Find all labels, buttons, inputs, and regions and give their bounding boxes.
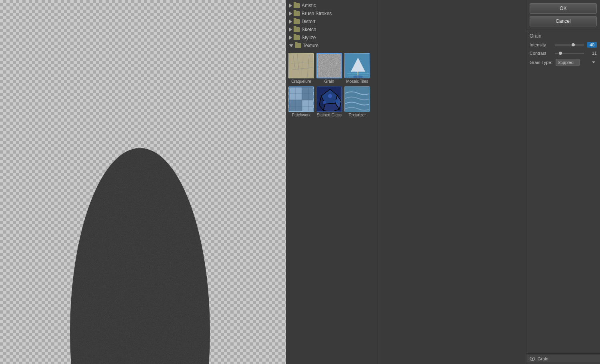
filter-thumb-stained-glass[interactable]: Stained Glass	[316, 86, 342, 118]
contrast-row: Contrast 11	[530, 51, 597, 56]
grain-type-label: Grain Type:	[530, 60, 556, 65]
triangle-down-icon-texture	[289, 44, 293, 47]
filter-settings-name: Grain	[530, 33, 597, 39]
category-brush-strokes[interactable]: Brush Strokes	[286, 10, 378, 18]
svg-point-39	[323, 101, 326, 104]
triangle-right-icon-stylize	[289, 36, 292, 40]
category-sketch-label: Sketch	[302, 27, 316, 32]
controls-panel: OK Cancel Grain Intensity 40 Contrast	[526, 0, 600, 364]
triangle-right-icon	[289, 4, 292, 8]
folder-icon-brush	[294, 11, 300, 16]
filter-thumb-grain[interactable]: Grain	[316, 53, 342, 84]
category-brush-label: Brush Strokes	[302, 11, 332, 16]
grain-type-select[interactable]: Regular Soft Sprinkles Clumped Contrasty…	[556, 59, 580, 66]
applied-filters-panel: Grain	[526, 353, 600, 364]
grain-label: Grain	[324, 79, 334, 84]
filter-thumb-texturizer[interactable]: Texturizer	[344, 86, 370, 118]
triangle-right-icon-brush	[289, 12, 292, 16]
intensity-row: Intensity 40	[530, 42, 597, 48]
contrast-thumb[interactable]	[559, 52, 562, 55]
triangle-right-icon-sketch	[289, 28, 292, 32]
texturizer-label: Texturizer	[348, 113, 366, 118]
category-texture[interactable]: Texture	[286, 42, 378, 50]
applied-filter-grain[interactable]: Grain	[526, 355, 600, 362]
applied-filter-label: Grain	[538, 356, 548, 361]
category-artistic-label: Artistic	[302, 3, 316, 8]
intensity-slider[interactable]	[555, 44, 584, 46]
category-sketch[interactable]: Sketch	[286, 26, 378, 34]
stained-glass-thumbnail	[316, 86, 342, 112]
svg-point-38	[335, 100, 338, 103]
filter-spacer	[526, 72, 600, 353]
ok-button[interactable]: OK	[530, 3, 597, 14]
texturizer-thumbnail	[344, 86, 370, 112]
svg-rect-23	[302, 100, 314, 112]
filter-thumb-craquelure[interactable]: Craquelure	[288, 53, 314, 84]
cancel-button[interactable]: Cancel	[530, 16, 597, 26]
grain-type-select-wrapper: Regular Soft Sprinkles Clumped Contrasty…	[556, 59, 597, 66]
visibility-icon[interactable]	[530, 357, 535, 361]
stained-glass-label: Stained Glass	[317, 113, 342, 118]
filter-settings: Grain Intensity 40 Contrast 11	[526, 30, 600, 72]
folder-icon-sketch	[294, 27, 300, 32]
category-stylize[interactable]: Stylize	[286, 34, 378, 42]
contrast-slider[interactable]	[555, 53, 584, 54]
texture-thumbnails: Craquelure Grain	[286, 50, 378, 121]
category-artistic[interactable]: Artistic	[286, 2, 378, 10]
grain-type-select-arrow	[592, 62, 595, 64]
intensity-track	[555, 44, 584, 46]
filter-thumb-patchwork[interactable]: Patchwork	[288, 86, 314, 118]
top-buttons: OK Cancel	[526, 0, 600, 30]
intensity-value[interactable]: 40	[587, 42, 597, 48]
filter-thumb-mosaic-tiles[interactable]: Mosaic Tiles	[344, 53, 370, 84]
grain-thumbnail	[316, 53, 342, 78]
triangle-right-icon-distort	[289, 20, 292, 24]
filter-list-panel: Artistic Brush Strokes Distort Sketch St…	[286, 0, 378, 364]
svg-rect-4	[289, 54, 314, 78]
svg-rect-2	[62, 32, 218, 364]
intensity-thumb[interactable]	[572, 43, 575, 46]
intensity-label: Intensity	[530, 42, 552, 47]
mosaic-tiles-thumbnail	[344, 53, 370, 78]
grain-type-row: Grain Type: Regular Soft Sprinkles Clump…	[530, 59, 597, 66]
patchwork-label: Patchwork	[292, 113, 311, 118]
svg-rect-12	[317, 54, 342, 78]
contrast-label: Contrast	[530, 51, 552, 56]
mosaic-tiles-label: Mosaic Tiles	[346, 79, 368, 84]
folder-icon-artistic	[294, 3, 300, 8]
category-texture-label: Texture	[303, 43, 318, 48]
middle-empty-area	[378, 0, 526, 364]
category-stylize-label: Stylize	[302, 35, 316, 40]
category-distort-label: Distort	[302, 19, 316, 24]
svg-point-16	[353, 75, 363, 78]
folder-icon-distort	[294, 19, 300, 24]
craquelure-thumbnail	[288, 53, 314, 78]
svg-point-42	[532, 358, 533, 360]
patchwork-thumbnail	[288, 86, 314, 112]
svg-point-37	[328, 94, 332, 98]
right-panel: Artistic Brush Strokes Distort Sketch St…	[286, 0, 600, 364]
contrast-value[interactable]: 11	[587, 51, 597, 56]
canvas-preview	[0, 0, 286, 364]
folder-icon-stylize	[294, 35, 300, 40]
preview-image	[62, 32, 218, 364]
folder-icon-texture	[295, 43, 301, 48]
category-distort[interactable]: Distort	[286, 18, 378, 26]
craquelure-label: Craquelure	[291, 79, 311, 84]
